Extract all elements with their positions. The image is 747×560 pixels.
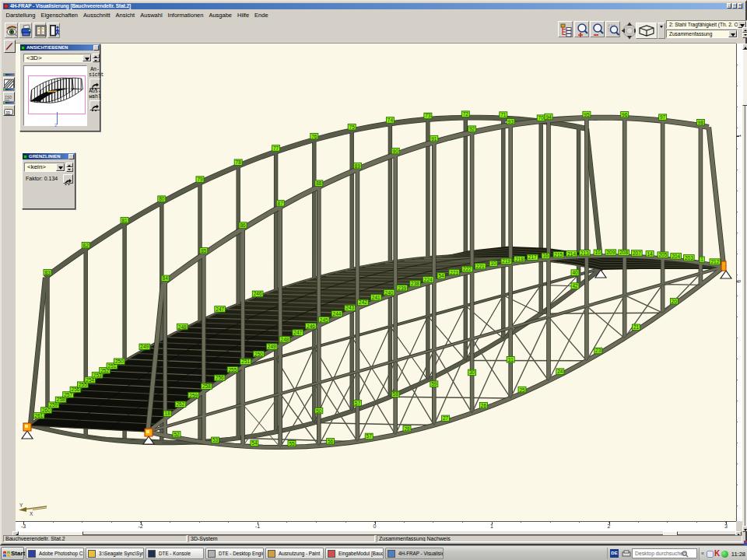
svg-text:255: 255 — [79, 382, 87, 387]
svg-text:222: 222 — [463, 266, 472, 271]
svg-text:73: 73 — [425, 113, 431, 118]
svg-text:31: 31 — [508, 357, 514, 362]
svg-text:92: 92 — [469, 126, 475, 131]
svg-text:23: 23 — [595, 348, 601, 353]
svg-text:219: 219 — [502, 258, 510, 264]
svg-text:205: 205 — [658, 252, 667, 257]
svg-text:76: 76 — [311, 134, 317, 139]
svg-text:77: 77 — [273, 145, 279, 151]
svg-text:246: 246 — [307, 324, 315, 329]
svg-text:18: 18 — [165, 411, 171, 416]
svg-text:30: 30 — [469, 369, 475, 375]
svg-text:28: 28 — [404, 426, 410, 432]
svg-text:91: 91 — [431, 136, 437, 142]
svg-text:82: 82 — [83, 243, 89, 248]
svg-text:95: 95 — [584, 112, 590, 117]
svg-text:55: 55 — [289, 441, 295, 446]
svg-text:70: 70 — [538, 115, 545, 121]
svg-text:256: 256 — [72, 387, 80, 392]
svg-text:16: 16 — [542, 253, 549, 258]
svg-text:218: 218 — [515, 257, 524, 262]
svg-text:40: 40 — [572, 270, 578, 275]
svg-text:75: 75 — [349, 124, 356, 130]
svg-text:57: 57 — [355, 401, 361, 406]
svg-text:86: 86 — [240, 222, 246, 228]
svg-text:21: 21 — [633, 324, 640, 330]
svg-text:14: 14 — [647, 251, 653, 257]
svg-text:1: 1 — [700, 257, 703, 262]
svg-text:56: 56 — [328, 439, 334, 444]
svg-text:204: 204 — [672, 254, 680, 259]
svg-text:249: 249 — [268, 344, 276, 349]
svg-text:212: 212 — [710, 259, 719, 264]
svg-text:246: 246 — [254, 291, 262, 296]
svg-text:20: 20 — [672, 299, 678, 304]
svg-text:89: 89 — [355, 163, 361, 169]
svg-text:249: 249 — [140, 344, 149, 349]
svg-text:81: 81 — [121, 218, 128, 223]
svg-text:259: 259 — [189, 393, 198, 398]
svg-text:250: 250 — [115, 359, 124, 364]
svg-text:239: 239 — [398, 285, 406, 291]
svg-text:97: 97 — [660, 114, 666, 120]
svg-text:53: 53 — [212, 437, 219, 443]
svg-text:253: 253 — [93, 373, 102, 378]
svg-text:87: 87 — [278, 201, 284, 206]
svg-text:242: 242 — [359, 299, 367, 305]
svg-text:243: 243 — [345, 305, 354, 310]
svg-text:259: 259 — [49, 402, 58, 408]
svg-text:224: 224 — [424, 277, 433, 282]
svg-text:248: 248 — [281, 337, 289, 342]
svg-text:27: 27 — [443, 415, 449, 421]
svg-text:258: 258 — [202, 383, 211, 389]
svg-text:54: 54 — [251, 440, 258, 446]
svg-text:78: 78 — [236, 159, 242, 165]
svg-text:98: 98 — [698, 120, 704, 125]
svg-text:X: X — [30, 511, 33, 516]
svg-text:208: 208 — [619, 250, 628, 255]
svg-text:207: 207 — [633, 250, 641, 256]
svg-text:254: 254 — [86, 377, 94, 383]
svg-text:57: 57 — [366, 433, 373, 439]
svg-text:256: 256 — [216, 375, 224, 380]
svg-text:90: 90 — [393, 149, 399, 154]
svg-text:50: 50 — [316, 408, 322, 414]
svg-text:258: 258 — [57, 397, 65, 402]
svg-text:261: 261 — [35, 413, 44, 418]
svg-text:223: 223 — [450, 270, 458, 275]
svg-text:52: 52 — [174, 432, 180, 437]
svg-text:71: 71 — [500, 112, 507, 117]
svg-text:3D: 3D — [5, 111, 10, 116]
svg-text:213: 213 — [580, 250, 589, 256]
svg-text:10: 10 — [490, 261, 496, 266]
svg-text:251: 251 — [241, 359, 250, 364]
svg-text:Y: Y — [19, 502, 23, 508]
svg-text:58: 58 — [393, 391, 399, 397]
svg-text:84: 84 — [163, 275, 169, 281]
svg-text:10: 10 — [594, 250, 601, 255]
svg-text:25: 25 — [519, 387, 525, 393]
svg-text:215: 215 — [554, 252, 563, 257]
svg-text:54: 54 — [438, 273, 444, 278]
svg-text:203: 203 — [685, 255, 693, 261]
svg-text:240: 240 — [385, 290, 394, 296]
svg-text:247: 247 — [293, 330, 302, 335]
svg-text:88: 88 — [316, 180, 322, 186]
svg-text:238: 238 — [411, 281, 419, 286]
svg-text:85: 85 — [201, 248, 207, 254]
svg-text:250: 250 — [254, 352, 263, 357]
svg-text:74: 74 — [388, 117, 394, 123]
svg-text:214: 214 — [567, 251, 576, 257]
svg-text:257: 257 — [64, 392, 72, 397]
svg-text:247: 247 — [216, 306, 224, 312]
svg-text:244: 244 — [333, 311, 342, 317]
svg-text:260: 260 — [42, 408, 51, 413]
svg-text:262: 262 — [176, 401, 184, 407]
svg-text:79: 79 — [197, 177, 203, 182]
svg-text:94: 94 — [545, 114, 552, 120]
svg-text:255: 255 — [228, 367, 237, 373]
svg-text:248: 248 — [178, 324, 187, 330]
svg-text:209: 209 — [606, 250, 615, 255]
svg-text:80: 80 — [159, 196, 165, 201]
svg-text:241: 241 — [372, 295, 381, 300]
